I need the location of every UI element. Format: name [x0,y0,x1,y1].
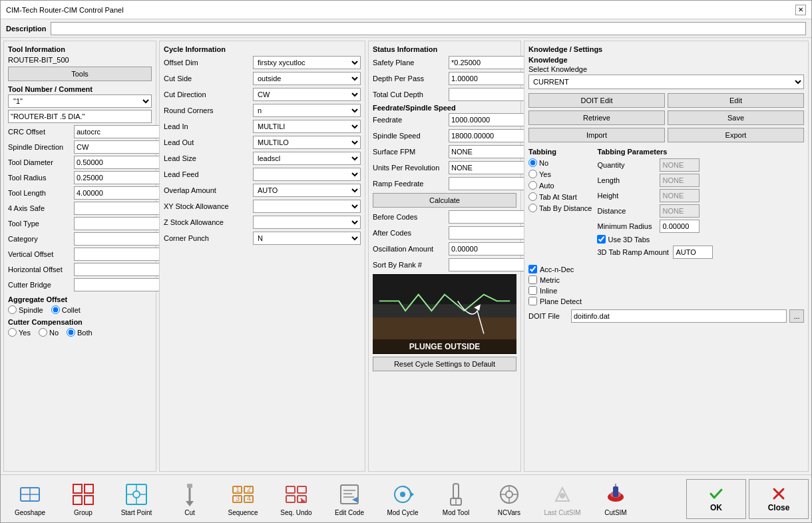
save-button[interactable]: Save [668,110,804,125]
svg-marker-38 [352,497,357,502]
tool-length-label: Tool Length [8,189,71,197]
window-close-button[interactable]: ✕ [795,5,806,15]
horizontal-offset-input[interactable] [74,263,171,276]
length-input[interactable] [660,174,700,187]
corner-punch-select[interactable]: N [253,232,361,245]
lead-in-select[interactable]: MULTILI [253,120,361,133]
overlap-amount-select[interactable]: AUTO [253,184,361,197]
spindle-radio[interactable] [8,305,17,314]
toolbar-group[interactable]: Group [57,476,110,522]
cut-side-select[interactable]: outside [253,72,361,85]
collet-radio[interactable] [51,305,60,314]
export-button[interactable]: Export [668,128,804,142]
tool-radius-input[interactable] [74,171,171,184]
toolbar-last-cutsim[interactable]: Last CutSIM [536,476,589,522]
depth-per-pass-label: Depth Per Pass [373,75,446,83]
toolbar-start-point[interactable]: Start Point [110,476,163,522]
tab-auto-item[interactable]: Auto [528,181,592,190]
distance-input[interactable] [660,204,700,218]
tool-number-select[interactable]: "1" [8,94,152,108]
toolbar-geoshape[interactable]: Geoshape [3,476,57,522]
overlap-amount-row: Overlap Amount AUTO [164,184,361,197]
svg-text:4: 4 [247,494,251,502]
lead-size-select[interactable]: leadscl [253,152,361,165]
tool-comment-input[interactable] [8,110,152,123]
tab-auto-label: Auto [539,182,554,190]
tab-by-distance-radio[interactable] [528,204,537,212]
acc-n-dec-checkbox[interactable] [528,265,537,273]
tab-at-start-radio[interactable] [528,192,537,201]
geoshape-icon [17,481,43,508]
calculate-button[interactable]: Calculate [373,193,516,208]
doit-browse-button[interactable]: ... [789,309,804,323]
tab-at-start-item[interactable]: Tab At Start [528,192,592,201]
knowledge-select[interactable]: CURRENT [528,75,804,89]
reset-button[interactable]: Reset Cycle Settings to Default [373,357,516,371]
tools-button[interactable]: Tools [8,67,152,81]
tool-diameter-label: Tool Diameter [8,158,71,166]
lead-out-select[interactable]: MULTILO [253,136,361,149]
comp-no-radio[interactable] [39,328,47,337]
spindle-dir-input[interactable] [74,140,171,154]
lead-out-label: Lead Out [164,138,250,146]
vertical-offset-label: Vertical Offset [8,250,71,258]
retrieve-button[interactable]: Retrieve [528,110,665,125]
toolbar-cut[interactable]: Cut [163,476,216,522]
tab-no-radio[interactable] [528,158,537,167]
comp-no-item[interactable]: No [39,328,59,337]
knowledge-section: Knowledge Select Knowledge CURRENT DOIT … [528,56,804,142]
comp-yes-radio[interactable] [8,328,17,337]
tab-no-item[interactable]: No [528,158,592,167]
comp-yes-item[interactable]: Yes [8,328,31,337]
cut-direction-select[interactable]: CW [253,88,361,101]
offset-dim-select[interactable]: firstxy xycutloc [253,56,361,69]
tab-auto-radio[interactable] [528,181,537,190]
tool-diameter-input[interactable] [74,156,171,169]
tool-length-input[interactable] [74,186,171,200]
toolbar-seq-undo[interactable]: Seq. Undo [270,476,323,522]
use-3d-tabs-checkbox[interactable] [597,235,606,244]
toolbar-edit-code[interactable]: Edit Code [323,476,376,522]
vertical-offset-input[interactable] [74,248,171,261]
quantity-input[interactable] [660,158,700,172]
comp-both-radio[interactable] [67,328,75,337]
doit-edit-button[interactable]: DOIT Edit [528,93,665,108]
toolbar-ncvars[interactable]: NCVars [483,476,536,522]
inline-checkbox[interactable] [528,286,537,295]
lead-feed-select[interactable] [253,168,361,181]
xy-stock-select[interactable] [253,200,361,213]
tab-by-distance-item[interactable]: Tab By Distance [528,204,592,212]
plane-detect-checkbox[interactable] [528,297,537,305]
metric-checkbox[interactable] [528,275,537,284]
knowledge-title: Knowledge / Settings [528,45,804,53]
tab-yes-item[interactable]: Yes [528,170,592,178]
edit-button[interactable]: Edit [668,93,804,108]
import-button[interactable]: Import [528,128,665,142]
z-stock-select[interactable] [253,216,361,229]
crc-offset-label: CRC Offset [8,128,71,136]
use-3d-tabs-item[interactable]: Use 3D Tabs [597,235,650,244]
height-input[interactable] [660,189,700,202]
comp-both-item[interactable]: Both [67,328,93,337]
min-radius-input[interactable] [660,220,700,233]
toolbar-cutsim[interactable]: CutSIM [589,476,642,522]
cutter-bridge-input[interactable] [74,278,171,291]
toolbar-mod-cycle[interactable]: Mod Cycle [376,476,429,522]
spindle-radio-item[interactable]: Spindle [8,305,43,314]
category-input[interactable] [74,232,171,246]
round-corners-select[interactable]: n [253,104,361,117]
four-axis-input[interactable] [74,202,171,215]
toolbar-sequence[interactable]: 1 2 3 4 Sequence [216,476,270,522]
description-input[interactable] [51,22,806,35]
doit-file-input[interactable] [571,309,787,323]
oscillation-amount-row: Oscillation Amount [373,242,516,256]
import-export-row: Import Export [528,128,804,142]
toolbar-mod-tool[interactable]: Mod Tool [429,476,483,522]
crc-offset-input[interactable] [74,125,171,138]
close-button[interactable]: Close [749,479,809,519]
tab-ramp-input[interactable] [673,246,713,259]
tab-yes-radio[interactable] [528,170,537,178]
collet-radio-item[interactable]: Collet [51,305,81,314]
tool-type-input[interactable] [74,217,171,230]
ok-button[interactable]: OK [686,479,746,519]
